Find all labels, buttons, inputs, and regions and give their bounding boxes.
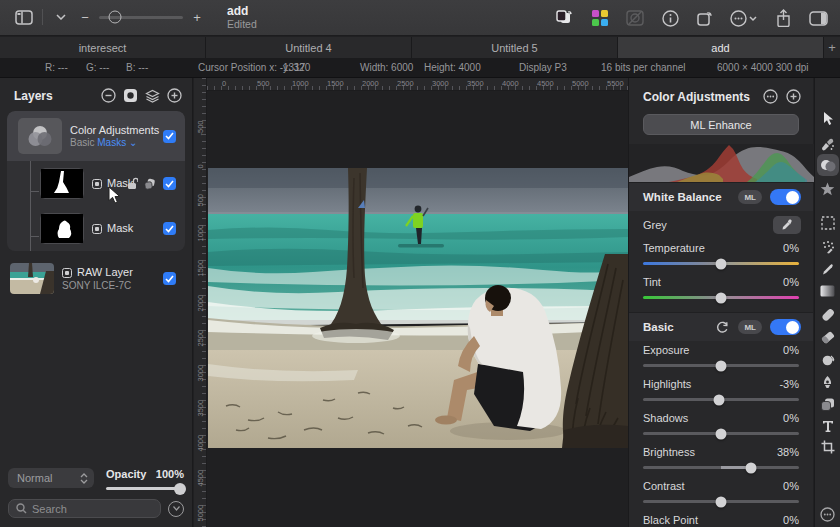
more-menu-icon[interactable] [730,8,758,28]
mask-1-thumbnail[interactable] [40,168,84,199]
search-input[interactable] [32,503,153,515]
ml-enhance-button[interactable]: ML Enhance [643,114,799,135]
h-ruler-label: 0 [222,79,226,88]
exposure-value: 0% [783,344,799,356]
layer-row-color-adjustments[interactable]: Color Adjustments Basic Masks ⌄ [7,111,185,161]
app-window: − + add Edited [0,0,840,527]
highlights-slider[interactable] [643,398,799,401]
info-icon[interactable] [660,8,680,28]
tool-effects[interactable] [817,178,839,200]
sidebar-left-toggle-icon[interactable] [14,7,34,27]
brightness-handle[interactable] [745,462,756,473]
raw-layer-thumbnail[interactable] [10,263,54,294]
shadows-slider[interactable] [643,432,799,435]
copy-style-icon[interactable] [555,8,575,28]
tool-paint[interactable] [817,258,839,280]
status-g: G: --- [86,62,109,73]
tool-pen[interactable] [817,371,839,393]
share-icon[interactable] [773,8,793,28]
unlock-icon[interactable] [127,177,138,190]
color-adjustments-thumbnail[interactable] [18,118,62,154]
white-balance-toggle[interactable] [770,189,801,205]
tool-clone[interactable] [817,349,839,371]
tool-move[interactable] [817,107,839,129]
status-dims: 6000 × 4000 300 dpi [717,62,808,73]
brightness-slider[interactable] [643,466,799,469]
grey-label: Grey [643,219,773,231]
layer-row-raw[interactable]: RAW Layer SONY ILCE-7C [7,259,185,298]
remove-layer-icon[interactable] [101,88,116,103]
tool-shapes[interactable] [817,393,839,415]
contrast-slider[interactable] [643,500,799,503]
opacity-slider-knob[interactable] [174,483,186,495]
tool-erase[interactable] [817,326,839,348]
h-ruler-label: 1000 [292,79,309,88]
grey-eyedropper-button[interactable] [773,216,801,234]
basic-reset-icon[interactable] [716,321,729,334]
contrast-value: 0% [783,480,799,492]
zoom-slider[interactable] [99,16,183,19]
tab-untitled-5[interactable]: Untitled 5 [412,37,618,58]
h-ruler-label: 5500 [607,79,624,88]
tool-gradient[interactable] [817,280,839,302]
mask-visibility-checkbox[interactable] [163,222,176,235]
blend-mode-select[interactable]: Normal [8,468,94,488]
merge-layers-icon[interactable] [145,89,160,103]
layer-group-color-adjustments: Color Adjustments Basic Masks ⌄ [7,111,185,251]
layer-visibility-checkbox[interactable] [163,130,176,143]
chevron-down-icon[interactable] [51,7,71,27]
sidebar-right-toggle-icon[interactable] [808,8,828,28]
photo-canvas[interactable] [208,168,622,448]
tint-handle[interactable] [716,292,727,303]
tool-crop[interactable] [817,436,839,458]
temperature-label: Temperature [643,242,705,254]
adjustments-more-icon[interactable] [763,89,778,104]
temperature-handle[interactable] [716,258,727,269]
white-balance-ml-badge[interactable]: ML [738,190,762,204]
tool-marquee[interactable] [817,212,839,234]
zoom-slider-knob[interactable] [109,11,122,24]
highlights-handle[interactable] [713,394,724,405]
tint-slider[interactable] [643,296,799,299]
raw-layer-camera: SONY ILCE-7C [62,280,133,291]
raw-visibility-checkbox[interactable] [163,272,176,285]
masks-dropdown-link[interactable]: Masks ⌄ [97,137,137,148]
mask-visibility-checkbox[interactable] [163,177,176,190]
canvas-size-icon[interactable] [695,8,715,28]
tool-quick-select[interactable] [817,236,839,258]
opacity-slider[interactable] [106,487,184,490]
raw-layer-name: RAW Layer [77,266,133,280]
layer-row-mask-2[interactable]: Mask [7,206,185,251]
tool-pencil[interactable] [817,304,839,326]
temperature-slider[interactable] [643,262,799,265]
tool-type[interactable] [817,415,839,437]
tool-more[interactable] [817,503,839,525]
mask-2-thumbnail[interactable] [40,213,84,244]
tab-interesect[interactable]: interesect [0,37,206,58]
zoom-out-button[interactable]: − [79,10,91,25]
new-tab-button[interactable]: + [824,37,840,58]
exposure-handle[interactable] [716,360,727,371]
shadows-handle[interactable] [716,428,727,439]
basic-toggle[interactable] [770,319,801,335]
add-layer-icon[interactable] [167,88,182,103]
zoom-in-button[interactable]: + [191,10,203,25]
layers-filter-button[interactable] [168,501,184,517]
tab-untitled-4[interactable]: Untitled 4 [206,37,412,58]
swatches-icon[interactable] [590,8,610,28]
highlights-value: -3% [779,378,799,390]
add-adjustment-icon[interactable] [786,89,801,104]
h-ruler-label: 3500 [467,79,484,88]
tool-color-adjustments[interactable] [817,154,839,176]
linked-layers-icon[interactable] [144,178,156,190]
basic-ml-badge[interactable]: ML [738,320,762,334]
temperature-value: 0% [783,242,799,254]
exposure-slider[interactable] [643,364,799,367]
layer-row-mask-1[interactable]: Mask [7,161,185,206]
tool-repair[interactable] [817,133,839,155]
add-mask-icon[interactable] [123,88,138,103]
tab-add[interactable]: add [618,37,824,58]
canvas-area[interactable]: 0 500 1000 1500 2000 2500 3000 3500 4000… [194,78,628,527]
layers-search-field[interactable] [8,499,161,518]
contrast-handle[interactable] [716,496,727,507]
